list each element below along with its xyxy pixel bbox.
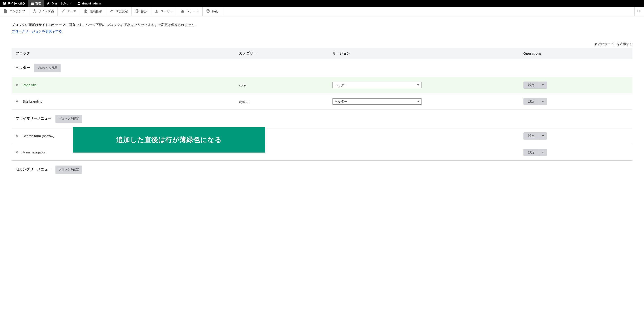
th-block: ブロック [12,48,235,59]
admin-menu-content-label: コンテンツ [10,10,25,14]
admin-menu-structure[interactable]: サイト構築 [29,7,58,16]
annotation-callout: 追加した直後は行が薄緑色になる [73,127,265,152]
th-operations: Operations [514,48,632,59]
drag-handle-icon[interactable]: ✥ [16,150,18,154]
configure-button[interactable]: 設定 [524,82,539,88]
brush-icon [61,9,65,14]
puzzle-icon [84,9,88,14]
wrench-icon [110,9,114,14]
manage-label: 管理 [35,1,41,5]
svg-rect-2 [34,9,35,10]
ops-dropbutton: 設定 [524,98,547,105]
configure-button[interactable]: 設定 [524,149,539,156]
block-name: Main navigation [22,150,46,154]
drag-handle-icon[interactable]: ✥ [16,83,18,87]
region-select-page-title[interactable]: ヘッダー [332,82,422,88]
ops-dropbutton: 設定 [524,132,547,139]
ops-caret-button[interactable] [539,98,547,105]
collapse-toolbar-button[interactable] [634,7,644,16]
admin-menu-help-label: Help [212,10,218,13]
admin-menu-appearance-label: テーマ [67,10,76,14]
block-row-site-branding: ✥ Site branding System ヘッダー 設定 [12,93,632,110]
block-row-page-title: ✥ Page title core ヘッダー 設定 [12,77,632,93]
chevron-down-icon [542,101,544,102]
hamburger-icon [30,2,34,5]
region-row-secondary-menu: セカンダリーメニュー ブロックを配置 [12,160,632,179]
admin-menu-structure-label: サイト構築 [38,10,54,14]
admin-menu-help[interactable]: Help [202,7,222,16]
show-weights-toggle[interactable]: ◉行のウェイトを表示する [12,42,632,46]
people-icon [155,9,159,14]
ops-caret-button[interactable] [539,149,547,156]
svg-rect-3 [33,12,34,13]
shortcuts-link[interactable]: ショートカット [44,0,74,7]
admin-menu-people[interactable]: ユーザー [151,7,177,16]
chart-icon [180,9,184,14]
place-block-header-button[interactable]: ブロックを配置 [34,64,60,72]
admin-menu-config[interactable]: 環境設定 [106,7,132,16]
manage-toggle[interactable]: 管理 [28,0,44,7]
svg-rect-4 [35,12,36,13]
star-icon [46,2,50,5]
region-label-secondary: セカンダリーメニュー [16,167,52,171]
block-name: Site branding [22,99,42,103]
admin-menu-bar: コンテンツ サイト構築 テーマ 機能拡張 環境設定 翻訳 ユーザー レポート H… [0,7,644,16]
user-label: drupal_admin [82,2,101,5]
place-block-secondary-button[interactable]: ブロックを配置 [56,165,82,174]
page-description: ブロックの配置はサイトの各テーマに固有です。ページ下部の ブロックを保存 をクリ… [12,23,632,27]
chevron-down-icon [542,135,544,137]
ops-dropbutton: 設定 [524,82,547,89]
user-link[interactable]: drupal_admin [74,0,104,7]
structure-icon [32,9,36,14]
block-name: Page title [22,83,37,87]
svg-rect-9 [183,11,184,13]
svg-rect-8 [182,10,183,13]
ops-caret-button[interactable] [539,133,547,139]
th-region: リージョン [328,48,514,59]
region-label-header: ヘッダー [16,66,30,69]
svg-point-1 [78,2,80,3]
admin-menu-appearance[interactable]: テーマ [58,7,80,16]
admin-menu-translate-label: 翻訳 [141,10,147,14]
eye-icon: ◉ [594,42,597,46]
globe-icon [135,9,139,14]
block-category: core [235,77,328,93]
configure-button[interactable]: 設定 [524,98,539,105]
configure-button[interactable]: 設定 [524,133,539,139]
back-arrow-icon [3,2,6,5]
admin-menu-extend-label: 機能拡張 [90,10,102,14]
svg-rect-7 [181,11,182,13]
admin-menu-reports[interactable]: レポート [177,7,202,16]
chevron-down-icon [542,152,544,153]
top-toolbar: サイトへ戻る 管理 ショートカット drupal_admin [0,0,644,7]
ops-dropbutton: 設定 [524,149,547,156]
user-icon [77,2,81,5]
block-layout-table: ブロック カテゴリー リージョン Operations ヘッダー ブロックを配置… [12,48,632,179]
shortcuts-label: ショートカット [52,1,72,5]
svg-point-0 [3,2,6,5]
page-content: ブロックの配置はサイトの各テーマに固有です。ページ下部の ブロックを保存 をクリ… [0,16,644,185]
admin-menu-reports-label: レポート [186,10,199,14]
back-to-site-link[interactable]: サイトへ戻る [0,0,28,7]
demo-regions-link[interactable]: ブロックリージョンを仮表示する [12,29,62,33]
drag-handle-icon[interactable]: ✥ [16,134,18,138]
drag-handle-icon[interactable]: ✥ [16,99,18,103]
admin-menu-people-label: ユーザー [160,10,173,14]
region-row-header: ヘッダー ブロックを配置 [12,59,632,77]
ops-caret-button[interactable] [539,82,547,88]
svg-point-6 [156,10,158,11]
block-name: Search form (narrow) [22,134,54,138]
admin-menu-translate[interactable]: 翻訳 [132,7,151,16]
th-category: カテゴリー [235,48,328,59]
region-row-primary-menu: プライマリーメニュー ブロックを配置 [12,110,632,128]
region-label-primary: プライマリーメニュー [16,116,52,120]
block-category: System [235,93,328,110]
admin-menu-config-label: 環境設定 [116,10,128,14]
chevron-down-icon [542,84,544,86]
place-block-primary-button[interactable]: ブロックを配置 [56,115,82,123]
back-to-site-label: サイトへ戻る [8,1,25,5]
admin-menu-content[interactable]: コンテンツ [0,7,29,16]
region-select-site-branding[interactable]: ヘッダー [332,98,422,105]
collapse-arrow-icon [637,9,641,14]
admin-menu-extend[interactable]: 機能拡張 [80,7,106,16]
